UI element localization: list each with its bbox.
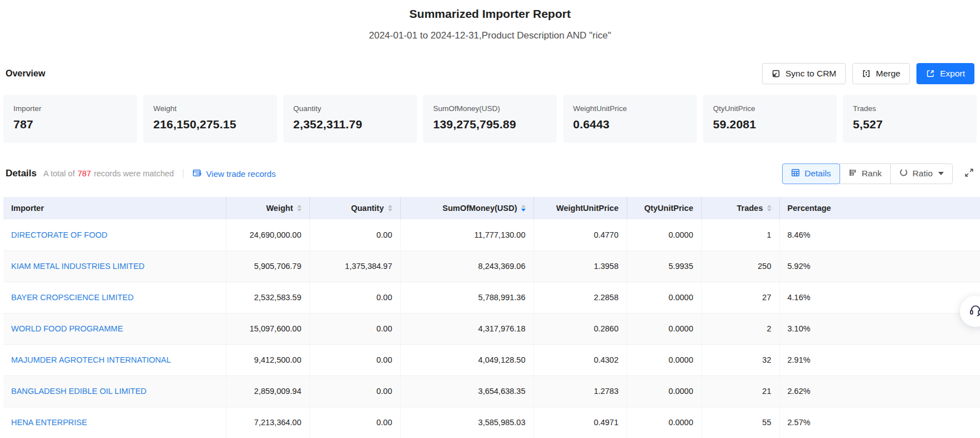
cell-importer: WORLD FOOD PROGRAMME	[3, 313, 226, 344]
match-summary-suffix: records were matched	[94, 169, 173, 178]
cell-trades: 55	[701, 407, 779, 438]
sync-to-crm-button[interactable]: Sync to CRM	[762, 63, 846, 84]
column-label: Quantity	[351, 204, 384, 213]
cell-trades: 21	[701, 376, 779, 407]
stat-card: QtyUnitPrice59.2081	[703, 95, 837, 143]
cell-quantity: 0.00	[309, 407, 400, 438]
cell-weight: 9,412,500.00	[226, 344, 309, 376]
details-toolbar: Details A total of787records were matche…	[6, 163, 974, 184]
cell-trades: 1	[701, 219, 779, 251]
sync-to-crm-icon	[772, 69, 780, 78]
cell-percentage: 3.10%	[779, 313, 980, 344]
trade-records-icon	[192, 169, 202, 179]
cell-weight_unit_price: 0.2860	[533, 313, 627, 344]
export-button[interactable]: Export	[916, 63, 974, 84]
importer-link[interactable]: DIRECTORATE OF FOOD	[11, 230, 108, 239]
column-header-importer: Importer	[3, 197, 226, 219]
fullscreen-button[interactable]	[964, 167, 974, 180]
cell-trades: 2	[701, 313, 779, 344]
details-table-container: ImporterWeightQuantitySumOfMoney(USD)Wei…	[3, 197, 977, 438]
view-switch: Details Rank	[782, 163, 974, 184]
column-header-quantity[interactable]: Quantity	[309, 197, 400, 219]
cell-weight_unit_price: 1.3958	[533, 251, 627, 282]
stat-card-value: 0.6443	[573, 118, 687, 131]
cell-percentage: 8.46%	[779, 219, 980, 251]
details-heading: Details	[6, 168, 37, 179]
expand-icon	[964, 167, 974, 180]
table-row: BANGLADESH EDIBLE OIL LIMITED2,859,009.9…	[3, 376, 980, 407]
overview-heading: Overview	[6, 69, 45, 79]
overview-actions: Sync to CRM Merge	[762, 63, 974, 84]
cell-sum_of_money: 5,788,991.36	[400, 282, 533, 313]
cell-percentage: 2.62%	[779, 376, 980, 407]
cell-qty_unit_price: 0.0000	[627, 407, 701, 438]
sort-icon[interactable]	[521, 205, 526, 212]
merge-button[interactable]: Merge	[852, 63, 910, 84]
cell-importer: KIAM METAL INDUSTRIES LIMITED	[3, 251, 226, 282]
importer-link[interactable]: KIAM METAL INDUSTRIES LIMITED	[11, 262, 144, 271]
cell-importer: HENA ENTERPRISE	[3, 407, 226, 438]
stat-card: SumOfMoney(USD)139,275,795.89	[423, 95, 557, 143]
rank-icon	[848, 169, 857, 179]
sort-icon[interactable]	[297, 205, 302, 212]
view-trade-records-label: View trade records	[206, 169, 276, 179]
sort-icon[interactable]	[767, 205, 772, 212]
merge-label: Merge	[876, 69, 900, 79]
cell-weight: 2,532,583.59	[226, 282, 309, 313]
tab-rank-label: Rank	[862, 169, 882, 179]
table-icon	[791, 169, 800, 179]
column-label: WeightUnitPrice	[556, 204, 619, 213]
cell-sum_of_money: 3,654,638.35	[400, 376, 533, 407]
tab-rank[interactable]: Rank	[840, 163, 891, 184]
importer-link[interactable]: HENA ENTERPRISE	[11, 418, 87, 427]
tab-ratio[interactable]: Ratio	[890, 163, 953, 184]
importer-link[interactable]: BAYER CROPSCIENCE LIMITED	[11, 293, 134, 302]
cell-weight_unit_price: 0.4302	[533, 344, 627, 376]
stat-card-value: 59.2081	[713, 118, 827, 131]
stat-card-value: 5,527	[853, 118, 967, 131]
table-row: MAJUMDER AGROTECH INTERNATIONAL9,412,500…	[3, 344, 980, 376]
table-row: HENA ENTERPRISE7,213,364.000.003,585,985…	[3, 407, 980, 438]
stat-card-label: QtyUnitPrice	[713, 104, 827, 113]
stat-card-label: WeightUnitPrice	[573, 104, 687, 113]
importer-link[interactable]: MAJUMDER AGROTECH INTERNATIONAL	[11, 355, 171, 364]
importer-link[interactable]: BANGLADESH EDIBLE OIL LIMITED	[11, 387, 147, 396]
column-label: Trades	[737, 204, 763, 213]
stat-card: Importer787	[3, 95, 137, 143]
cell-weight_unit_price: 0.4770	[533, 219, 627, 251]
cell-sum_of_money: 11,777,130.00	[400, 219, 533, 251]
match-summary: A total of787records were matched	[43, 169, 174, 178]
tab-details[interactable]: Details	[782, 163, 840, 184]
tab-details-label: Details	[804, 169, 831, 179]
table-row: WORLD FOOD PROGRAMME15,097,600.000.004,3…	[3, 313, 980, 344]
importer-link[interactable]: WORLD FOOD PROGRAMME	[11, 324, 123, 333]
stat-card-value: 787	[13, 118, 127, 131]
table-header-row: ImporterWeightQuantitySumOfMoney(USD)Wei…	[3, 197, 980, 219]
cell-importer: DIRECTORATE OF FOOD	[3, 219, 226, 251]
column-header-sum_of_money[interactable]: SumOfMoney(USD)	[400, 197, 533, 219]
table-row: BAYER CROPSCIENCE LIMITED2,532,583.590.0…	[3, 282, 980, 313]
cell-percentage: 5.92%	[779, 251, 980, 282]
column-label: QtyUnitPrice	[644, 204, 693, 213]
view-trade-records-link[interactable]: View trade records	[192, 169, 276, 179]
cell-weight_unit_price: 2.2858	[533, 282, 627, 313]
column-header-weight[interactable]: Weight	[226, 197, 309, 219]
column-header-trades[interactable]: Trades	[701, 197, 779, 219]
sort-icon[interactable]	[388, 205, 392, 212]
cell-quantity: 0.00	[309, 313, 400, 344]
importer-table: ImporterWeightQuantitySumOfMoney(USD)Wei…	[3, 197, 980, 438]
cell-percentage: 2.91%	[779, 344, 980, 376]
merge-icon	[862, 69, 871, 78]
stat-card: Quantity2,352,311.79	[283, 95, 417, 143]
cell-trades: 32	[701, 344, 779, 376]
cell-weight_unit_price: 1.2783	[533, 376, 627, 407]
cell-trades: 27	[701, 282, 779, 313]
cell-quantity: 0.00	[309, 376, 400, 407]
stat-card-label: Weight	[153, 104, 267, 113]
summarized-importer-report-page: Summarized Importer Report 2024-01-01 to…	[0, 0, 980, 438]
stat-card: Weight216,150,275.15	[143, 95, 277, 143]
stat-card-label: SumOfMoney(USD)	[433, 104, 547, 113]
stat-card-label: Importer	[13, 104, 127, 113]
details-summary: Details A total of787records were matche…	[6, 168, 276, 179]
table-row: KIAM METAL INDUSTRIES LIMITED5,905,706.7…	[3, 251, 980, 282]
